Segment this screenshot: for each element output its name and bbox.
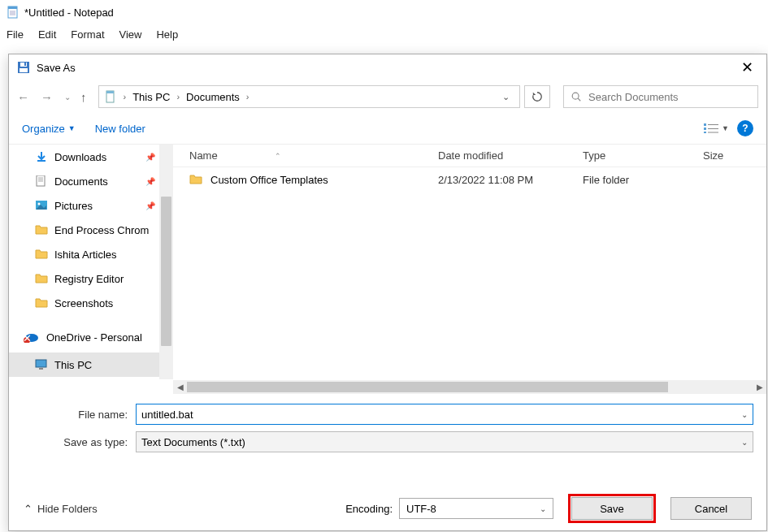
pin-icon: 📌 bbox=[145, 201, 155, 210]
scroll-left-icon[interactable]: ◀ bbox=[173, 380, 187, 394]
download-icon bbox=[35, 151, 48, 162]
search-input[interactable]: Search Documents bbox=[563, 85, 758, 108]
menu-view[interactable]: View bbox=[119, 28, 142, 41]
titlebar: *Untitled - Notepad bbox=[0, 0, 768, 24]
dialog-footer: ⌃ Hide Folders Encoding: UTF-8 ⌄ Save Ca… bbox=[9, 487, 766, 530]
chevron-down-icon[interactable]: ⌄ bbox=[741, 438, 748, 447]
chevron-right-icon[interactable]: › bbox=[243, 92, 253, 102]
nav-recent-icon[interactable]: ⌄ bbox=[64, 93, 71, 102]
scroll-right-icon[interactable]: ▶ bbox=[753, 380, 766, 394]
search-icon bbox=[571, 91, 582, 102]
document-icon bbox=[104, 90, 117, 103]
svg-rect-1 bbox=[8, 6, 17, 9]
svg-point-25 bbox=[38, 203, 41, 205]
pictures-icon bbox=[35, 200, 48, 211]
svg-point-11 bbox=[572, 93, 579, 99]
save-button-highlight: Save bbox=[568, 494, 656, 523]
sidebar-scrollbar[interactable] bbox=[159, 145, 173, 379]
help-button[interactable]: ? bbox=[737, 120, 753, 136]
notepad-window: *Untitled - Notepad File Edit Format Vie… bbox=[0, 0, 768, 532]
nav-forward-icon[interactable]: → bbox=[41, 90, 53, 104]
folder-icon bbox=[35, 224, 48, 236]
pc-icon bbox=[35, 359, 48, 370]
sidebar-item-pictures[interactable]: Pictures 📌 bbox=[9, 193, 173, 218]
saveastype-label: Save as type: bbox=[22, 436, 136, 448]
folder-icon bbox=[35, 297, 48, 309]
breadcrumb-current[interactable]: Documents bbox=[186, 91, 240, 103]
onedrive-icon: ✕ bbox=[24, 331, 40, 343]
filename-value: untitled.bat bbox=[141, 409, 193, 421]
svg-rect-29 bbox=[36, 360, 46, 367]
svg-text:✕: ✕ bbox=[24, 332, 32, 343]
sidebar-item-label: Pictures bbox=[54, 200, 93, 212]
sidebar-item-folder[interactable]: End Process Chrom bbox=[9, 218, 173, 242]
chevron-up-icon: ⌃ bbox=[24, 503, 33, 515]
column-name[interactable]: Name bbox=[189, 149, 218, 162]
folder-icon bbox=[35, 273, 48, 284]
chevron-right-icon[interactable]: › bbox=[120, 92, 130, 102]
refresh-icon bbox=[532, 91, 543, 102]
sidebar-item-onedrive[interactable]: ✕ OneDrive - Personal bbox=[9, 325, 173, 349]
breadcrumb[interactable]: › This PC › Documents › ⌄ bbox=[98, 85, 521, 108]
column-size[interactable]: Size bbox=[703, 149, 723, 162]
toolbar: Organize ▼ New folder ▼ ? bbox=[9, 113, 766, 144]
file-type: File folder bbox=[583, 174, 703, 186]
chevron-down-icon: ▼ bbox=[68, 124, 76, 132]
close-icon[interactable]: ✕ bbox=[736, 58, 758, 76]
menu-edit[interactable]: Edit bbox=[38, 28, 56, 41]
sidebar-item-label: Screenshots bbox=[54, 297, 113, 309]
sidebar-item-documents[interactable]: Documents 📌 bbox=[9, 169, 173, 193]
sidebar: Downloads 📌 Documents 📌 Pictures 📌 End P… bbox=[9, 145, 173, 394]
svg-line-12 bbox=[578, 98, 580, 101]
view-options-button[interactable]: ▼ bbox=[704, 123, 729, 134]
sidebar-item-folder[interactable]: Registry Editor bbox=[9, 266, 173, 291]
menu-help[interactable]: Help bbox=[156, 28, 178, 41]
notepad-icon bbox=[7, 6, 20, 19]
menu-format[interactable]: Format bbox=[71, 28, 104, 41]
refresh-button[interactable] bbox=[524, 85, 550, 108]
svg-rect-13 bbox=[704, 123, 706, 126]
chevron-right-icon[interactable]: › bbox=[173, 92, 183, 102]
file-row[interactable]: Custom Office Templates 2/13/2022 11:08 … bbox=[173, 167, 766, 192]
hide-folders-button[interactable]: ⌃ Hide Folders bbox=[24, 503, 98, 515]
column-date[interactable]: Date modified bbox=[438, 149, 503, 162]
menu-file[interactable]: File bbox=[7, 28, 24, 41]
sidebar-item-thispc[interactable]: This PC bbox=[9, 353, 173, 377]
chevron-down-icon[interactable]: ⌄ bbox=[741, 410, 748, 419]
sidebar-item-downloads[interactable]: Downloads 📌 bbox=[9, 145, 173, 169]
nav-up-icon[interactable]: ↑ bbox=[80, 90, 87, 104]
sidebar-item-folder[interactable]: Ishita Articles bbox=[9, 242, 173, 266]
file-header: Name ⌃ Date modified Type Size bbox=[173, 145, 766, 167]
svg-rect-8 bbox=[24, 63, 26, 66]
organize-button[interactable]: Organize ▼ bbox=[22, 123, 76, 135]
encoding-value: UTF-8 bbox=[406, 503, 436, 515]
document-icon bbox=[35, 175, 48, 187]
file-list: Name ⌃ Date modified Type Size Custom Of… bbox=[173, 145, 766, 394]
encoding-label: Encoding: bbox=[345, 503, 393, 515]
save-as-dialog: Save As ✕ ← → ⌄ ↑ › This PC › Documents … bbox=[8, 54, 767, 531]
pin-icon: 📌 bbox=[145, 177, 155, 186]
dialog-titlebar: Save As ✕ bbox=[9, 54, 766, 80]
navbar: ← → ⌄ ↑ › This PC › Documents › ⌄ Search… bbox=[9, 80, 766, 113]
encoding-select[interactable]: UTF-8 ⌄ bbox=[399, 498, 553, 519]
new-folder-button[interactable]: New folder bbox=[95, 123, 145, 135]
sidebar-item-folder[interactable]: Screenshots bbox=[9, 291, 173, 315]
file-date: 2/13/2022 11:08 PM bbox=[438, 174, 583, 186]
chevron-down-icon[interactable]: ⌄ bbox=[540, 504, 546, 513]
chevron-down-icon[interactable]: ⌄ bbox=[497, 92, 514, 102]
save-button[interactable]: Save bbox=[571, 497, 653, 520]
horizontal-scrollbar[interactable]: ◀ ▶ bbox=[173, 380, 766, 394]
pin-icon: 📌 bbox=[145, 153, 155, 162]
sidebar-item-label: Documents bbox=[54, 175, 108, 188]
saveastype-select[interactable]: Text Documents (*.txt) ⌄ bbox=[136, 431, 753, 452]
breadcrumb-root[interactable]: This PC bbox=[132, 91, 170, 103]
svg-rect-6 bbox=[20, 68, 28, 72]
folder-icon bbox=[189, 174, 202, 185]
nav-back-icon[interactable]: ← bbox=[17, 90, 29, 104]
cancel-button[interactable]: Cancel bbox=[670, 497, 752, 520]
window-title: *Untitled - Notepad bbox=[24, 6, 114, 19]
filename-input[interactable]: untitled.bat ⌄ bbox=[136, 404, 753, 425]
sidebar-item-label: Registry Editor bbox=[54, 273, 124, 285]
column-type[interactable]: Type bbox=[583, 149, 605, 162]
svg-rect-30 bbox=[39, 368, 43, 370]
